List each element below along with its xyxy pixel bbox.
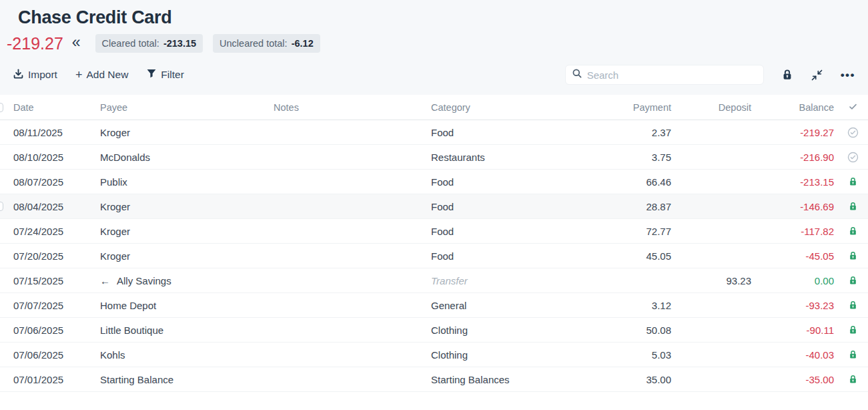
cell-payment[interactable]: 72.77 xyxy=(574,226,675,237)
cell-balance: -35.00 xyxy=(755,374,837,385)
cell-payment[interactable]: 5.03 xyxy=(574,349,675,361)
cell-balance: -93.23 xyxy=(755,300,837,311)
status-lock-icon[interactable] xyxy=(848,275,858,286)
search-input[interactable] xyxy=(587,69,757,81)
cell-date[interactable]: 08/07/2025 xyxy=(10,176,97,188)
cell-status xyxy=(837,152,868,163)
cell-payee[interactable]: McDonalds xyxy=(97,152,270,163)
import-label: Import xyxy=(28,69,57,81)
status-lock-icon[interactable] xyxy=(848,325,858,335)
cell-date[interactable]: 07/01/2025 xyxy=(10,374,97,385)
cell-balance: -45.05 xyxy=(755,250,837,262)
cell-category[interactable]: General xyxy=(428,300,574,311)
column-header-notes[interactable]: Notes xyxy=(270,102,428,113)
column-header-payment[interactable]: Payment xyxy=(574,102,675,113)
cell-payee[interactable]: Kohls xyxy=(97,349,270,361)
filter-label: Filter xyxy=(161,69,183,81)
status-check-circle-icon[interactable] xyxy=(847,127,859,138)
table-row[interactable]: 07/07/2025Home DepotGeneral3.12-93.23 xyxy=(0,293,868,318)
table-row[interactable]: 07/01/2025Starting BalanceStarting Balan… xyxy=(0,367,868,392)
table-row[interactable]: 07/06/2025KohlsClothing5.03-40.03 xyxy=(0,343,868,367)
cell-date[interactable]: 07/20/2025 xyxy=(10,250,97,262)
cell-payment[interactable]: 3.12 xyxy=(574,300,675,311)
table-row[interactable]: 08/04/2025KrogerFood28.87-146.69 xyxy=(0,194,868,219)
cell-payee[interactable]: Publix xyxy=(97,176,270,188)
cell-payment[interactable]: 50.08 xyxy=(574,325,675,336)
status-lock-icon[interactable] xyxy=(848,349,858,360)
search-box[interactable] xyxy=(565,65,764,85)
cell-date[interactable]: 08/11/2025 xyxy=(10,127,97,138)
filter-button[interactable]: Filter xyxy=(146,68,183,81)
cell-payment[interactable]: 3.75 xyxy=(574,152,675,163)
cell-category[interactable]: Starting Balances xyxy=(428,374,574,385)
table-row[interactable]: 07/24/2025KrogerFood72.77-117.82 xyxy=(0,219,868,244)
cell-date[interactable]: 07/24/2025 xyxy=(10,226,97,237)
cell-payee[interactable]: Kroger xyxy=(97,201,270,212)
cell-payee[interactable]: Home Depot xyxy=(97,300,270,311)
cell-payment[interactable]: 28.87 xyxy=(574,201,675,212)
column-header-balance[interactable]: Balance xyxy=(755,102,837,113)
status-lock-icon[interactable] xyxy=(848,250,858,261)
cell-payee[interactable]: Starting Balance xyxy=(97,374,270,385)
cell-payment[interactable]: 2.37 xyxy=(574,127,675,138)
cell-category[interactable]: Food xyxy=(428,201,574,212)
cell-date[interactable]: 07/06/2025 xyxy=(10,325,97,336)
table-row[interactable]: 07/20/2025KrogerFood45.05-45.05 xyxy=(0,244,868,268)
cell-deposit[interactable]: 93.23 xyxy=(675,275,755,286)
status-lock-icon[interactable] xyxy=(848,374,858,385)
cleared-total-value: -213.15 xyxy=(163,38,196,49)
cell-category[interactable]: Clothing xyxy=(428,349,574,361)
cell-payee[interactable]: Kroger xyxy=(97,226,270,237)
cell-status xyxy=(837,325,868,335)
cell-balance: -117.82 xyxy=(755,226,837,237)
row-checkbox[interactable] xyxy=(0,202,3,211)
column-header-category[interactable]: Category xyxy=(428,102,574,113)
cell-payee[interactable]: Little Boutique xyxy=(97,325,270,336)
column-header-deposit[interactable]: Deposit xyxy=(675,102,755,113)
cell-payment[interactable]: 45.05 xyxy=(574,250,675,262)
cell-category[interactable]: Food xyxy=(428,226,574,237)
cell-date[interactable]: 07/06/2025 xyxy=(10,349,97,361)
lock-button[interactable] xyxy=(781,69,793,81)
column-header-cleared[interactable] xyxy=(837,101,868,114)
table-row[interactable]: 08/07/2025PublixFood66.46-213.15 xyxy=(0,170,868,194)
cell-status xyxy=(837,201,868,212)
add-new-button[interactable]: + Add New xyxy=(75,69,128,81)
status-lock-icon[interactable] xyxy=(848,226,858,236)
cell-category[interactable]: Food xyxy=(428,250,574,262)
status-lock-icon[interactable] xyxy=(848,201,858,212)
cell-category[interactable]: Food xyxy=(428,176,574,188)
table-row[interactable]: 07/06/2025Little BoutiqueClothing50.08-9… xyxy=(0,318,868,343)
payee-text: Home Depot xyxy=(100,300,156,311)
cell-payment[interactable]: 66.46 xyxy=(574,176,675,188)
cell-payee[interactable]: Kroger xyxy=(97,250,270,262)
cell-status xyxy=(837,226,868,236)
collapse-rows-icon[interactable] xyxy=(811,69,823,81)
table-row[interactable]: 08/10/2025McDonaldsRestaurants3.75-216.9… xyxy=(0,145,868,170)
cell-payee[interactable]: Kroger xyxy=(97,127,270,138)
status-lock-icon[interactable] xyxy=(848,176,858,187)
row-select-gutter xyxy=(0,343,10,367)
cell-date[interactable]: 07/07/2025 xyxy=(10,300,97,311)
cell-date[interactable]: 07/15/2025 xyxy=(10,275,97,286)
cell-date[interactable]: 08/10/2025 xyxy=(10,152,97,163)
account-header: Chase Credit Card -219.27 « Cleared tota… xyxy=(0,0,868,95)
more-menu-button[interactable]: ••• xyxy=(841,69,855,81)
collapse-header-icon[interactable]: « xyxy=(72,35,81,52)
cell-payment[interactable]: 35.00 xyxy=(574,374,675,385)
cell-date[interactable]: 08/04/2025 xyxy=(10,201,97,212)
status-lock-icon[interactable] xyxy=(848,300,858,311)
cell-payee[interactable]: ←Ally Savings xyxy=(97,275,270,286)
cell-category[interactable]: Clothing xyxy=(428,325,574,336)
select-all-checkbox[interactable] xyxy=(0,103,3,112)
column-header-payee[interactable]: Payee xyxy=(97,102,270,113)
column-header-date[interactable]: Date xyxy=(10,102,97,113)
cell-category[interactable]: Restaurants xyxy=(428,152,574,163)
status-check-circle-icon[interactable] xyxy=(847,152,859,163)
cell-category[interactable]: Transfer xyxy=(428,275,574,286)
table-row[interactable]: 08/11/2025KrogerFood2.37-219.27 xyxy=(0,120,868,145)
payee-text: Ally Savings xyxy=(117,275,171,286)
import-button[interactable]: Import xyxy=(13,68,57,82)
cell-category[interactable]: Food xyxy=(428,127,574,138)
table-row[interactable]: 07/15/2025←Ally SavingsTransfer93.230.00 xyxy=(0,268,868,293)
